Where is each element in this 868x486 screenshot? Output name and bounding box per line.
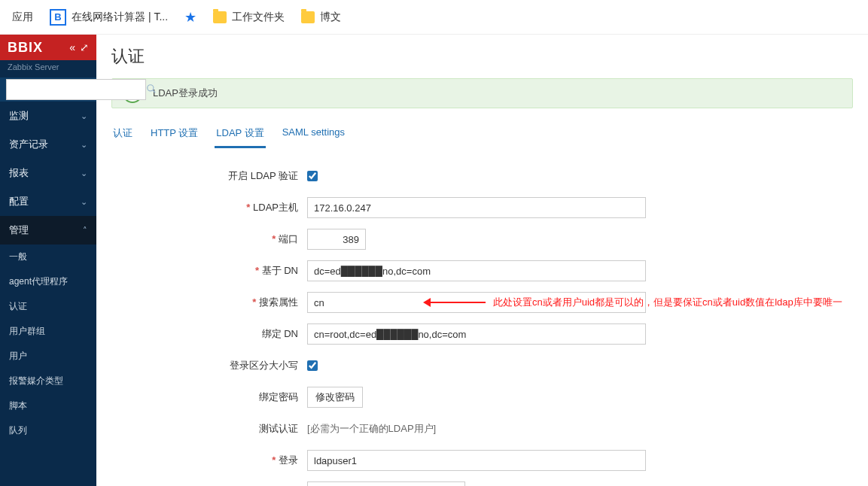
sidebar-item-monitor[interactable]: 监测 ⌄ bbox=[0, 102, 96, 130]
bind-dn-input[interactable] bbox=[307, 323, 646, 345]
base-dn-label: 基于 DN bbox=[111, 264, 307, 278]
sidebar-item-inventory[interactable]: 资产记录 ⌄ bbox=[0, 130, 96, 159]
svg-point-0 bbox=[148, 84, 154, 90]
sidebar-item-label: 报表 bbox=[9, 166, 29, 180]
ldap-host-input[interactable] bbox=[307, 197, 646, 218]
chevron-left-icon: « bbox=[69, 41, 75, 53]
sidebar-sub-agent[interactable]: agent代理程序 bbox=[0, 269, 96, 294]
bookmark-label: 在线网络计算器 | T... bbox=[72, 11, 168, 24]
sidebar-item-label: 资产记录 bbox=[9, 138, 48, 151]
success-alert: ✓ LDAP登录成功 bbox=[111, 78, 853, 108]
row-enable-ldap: 开启 LDAP 验证 bbox=[111, 165, 853, 187]
search-attr-label: 搜索属性 bbox=[111, 296, 307, 309]
login-label: 登录 bbox=[111, 454, 307, 467]
browser-bookmarks-bar: 应用 B 在线网络计算器 | T... ★ 工作文件夹 博文 bbox=[0, 0, 868, 35]
ldap-port-label: 端口 bbox=[111, 232, 307, 246]
sidebar-sub-script[interactable]: 脚本 bbox=[0, 393, 96, 418]
sidebar-item-admin[interactable]: 管理 ˄ bbox=[0, 216, 96, 245]
ldap-host-label: LDAP主机 bbox=[111, 201, 307, 214]
row-bind-password: 绑定密码 修改密码 bbox=[111, 386, 853, 409]
folder-icon bbox=[213, 11, 227, 23]
tab-ldap[interactable]: LDAP 设置 bbox=[215, 119, 265, 148]
chevron-down-icon: ⌄ bbox=[81, 197, 87, 207]
tab-http[interactable]: HTTP 设置 bbox=[149, 119, 199, 148]
app-frame: BBIX « ⤢ Zabbix Server 监测 ⌄ 资产记录 ⌄ 报表 ⌄ … bbox=[0, 35, 868, 486]
search-icon[interactable] bbox=[146, 84, 157, 96]
bind-password-label: 绑定密码 bbox=[111, 390, 307, 404]
sidebar-item-label: 配置 bbox=[9, 195, 29, 208]
bookmark-star[interactable]: ★ bbox=[184, 11, 196, 24]
sidebar-collapse-toggle[interactable]: « ⤢ bbox=[69, 41, 89, 53]
bookmark-label: 博文 bbox=[320, 11, 341, 24]
sidebar-sub-queue[interactable]: 队列 bbox=[0, 418, 96, 443]
collapse-icon: ⤢ bbox=[80, 41, 89, 53]
sidebar-sub-user[interactable]: 用户 bbox=[0, 344, 96, 369]
bookmark-blog[interactable]: 博文 bbox=[301, 11, 341, 24]
row-ldap-port: 端口 bbox=[111, 228, 853, 251]
sidebar-sub-media[interactable]: 报警媒介类型 bbox=[0, 369, 96, 393]
enable-ldap-label: 开启 LDAP 验证 bbox=[111, 169, 307, 183]
sidebar-search[interactable] bbox=[0, 77, 96, 102]
sidebar-top: BBIX « ⤢ bbox=[0, 35, 96, 60]
tab-auth[interactable]: 认证 bbox=[111, 119, 134, 148]
login-input[interactable] bbox=[307, 450, 646, 471]
bookmark-label: 应用 bbox=[12, 11, 33, 24]
svg-line-1 bbox=[153, 90, 156, 93]
alert-text: LDAP登录成功 bbox=[153, 87, 218, 100]
base-dn-input[interactable] bbox=[307, 260, 646, 281]
row-case-sensitive: 登录区分大小写 bbox=[111, 354, 853, 377]
page-title: 认证 bbox=[96, 35, 868, 75]
sidebar-item-label: 监测 bbox=[9, 109, 29, 123]
search-attr-input[interactable] bbox=[307, 292, 646, 313]
chevron-down-icon: ⌄ bbox=[81, 111, 87, 121]
case-sensitive-label: 登录区分大小写 bbox=[111, 359, 307, 372]
row-search-attr: 搜索属性 此处设置cn或者用户uid都是可以的，但是要保证cn或者uid数值在l… bbox=[111, 291, 853, 314]
server-label: Zabbix Server bbox=[0, 60, 96, 77]
ldap-port-input[interactable] bbox=[307, 229, 366, 250]
test-auth-label: 测试认证 bbox=[111, 422, 307, 436]
row-test-auth: 测试认证 [必需为一个正确的LDAP用户] bbox=[111, 418, 853, 440]
tab-saml[interactable]: SAML settings bbox=[281, 119, 346, 148]
folder-icon bbox=[301, 11, 315, 23]
chevron-down-icon: ⌄ bbox=[81, 169, 87, 178]
bookmark-calc[interactable]: B 在线网络计算器 | T... bbox=[50, 9, 168, 26]
bind-dn-label: 绑定 DN bbox=[111, 327, 307, 341]
bookmark-work-folder[interactable]: 工作文件夹 bbox=[213, 11, 285, 24]
sidebar: BBIX « ⤢ Zabbix Server 监测 ⌄ 资产记录 ⌄ 报表 ⌄ … bbox=[0, 35, 96, 486]
chevron-down-icon: ⌄ bbox=[81, 140, 87, 150]
sidebar-sub-usergroup[interactable]: 用户群组 bbox=[0, 319, 96, 344]
test-auth-hint: [必需为一个正确的LDAP用户] bbox=[307, 422, 436, 436]
sidebar-sub-auth[interactable]: 认证 bbox=[0, 294, 96, 319]
enable-ldap-checkbox[interactable] bbox=[307, 171, 318, 181]
row-bind-dn: 绑定 DN bbox=[111, 323, 853, 345]
row-base-dn: 基于 DN bbox=[111, 260, 853, 282]
calc-icon: B bbox=[50, 9, 66, 26]
row-ldap-host: LDAP主机 bbox=[111, 196, 853, 219]
row-user-password: 用户密码 bbox=[111, 481, 853, 486]
star-icon: ★ bbox=[184, 11, 196, 24]
tabs: 认证 HTTP 设置 LDAP 设置 SAML settings bbox=[96, 119, 868, 148]
change-password-button[interactable]: 修改密码 bbox=[307, 387, 363, 408]
bookmark-label: 工作文件夹 bbox=[232, 11, 285, 24]
sidebar-item-label: 管理 bbox=[9, 223, 29, 237]
case-sensitive-checkbox[interactable] bbox=[307, 360, 318, 371]
brand-logo: BBIX bbox=[8, 40, 43, 56]
sidebar-item-report[interactable]: 报表 ⌄ bbox=[0, 159, 96, 187]
sidebar-item-config[interactable]: 配置 ⌄ bbox=[0, 187, 96, 216]
sidebar-sub-general[interactable]: 一般 bbox=[0, 245, 96, 269]
search-input[interactable] bbox=[6, 79, 146, 100]
ldap-form: 开启 LDAP 验证 LDAP主机 端口 基于 DN 搜索属性 此 bbox=[96, 157, 868, 486]
main-content: 认证 ✓ LDAP登录成功 认证 HTTP 设置 LDAP 设置 SAML se… bbox=[96, 35, 868, 486]
bookmark-apps[interactable]: 应用 bbox=[12, 11, 33, 24]
row-login: 登录 bbox=[111, 449, 853, 472]
user-password-input[interactable] bbox=[307, 481, 465, 486]
chevron-up-icon: ˄ bbox=[83, 226, 87, 235]
